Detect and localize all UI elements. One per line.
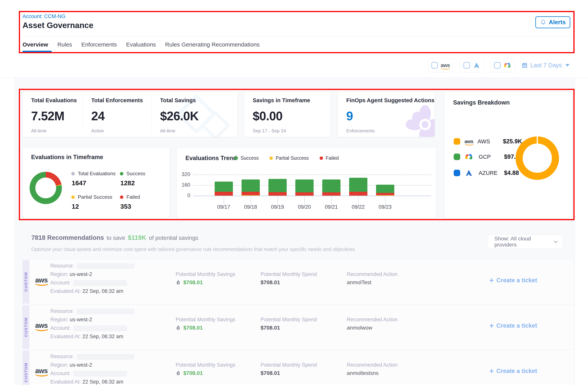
- chevron-down-icon: [565, 64, 570, 67]
- redacted-account: [73, 280, 127, 286]
- tab-rules-generating-recommendations[interactable]: Rules Generating Recommendations: [165, 41, 260, 48]
- savings-breakdown-donut: [516, 136, 559, 180]
- finops-agent-caption: Enforcements: [346, 128, 434, 134]
- cloud-provider-filter-select[interactable]: Show: All cloud providers: [488, 235, 563, 249]
- aws-icon: aws: [35, 368, 48, 374]
- svg-text:$: $: [178, 372, 179, 375]
- summary-card: Total Evaluations 7.52M All-time Total E…: [22, 92, 237, 137]
- gcp-icon: [464, 154, 474, 160]
- x-axis-tick: [278, 196, 278, 204]
- aws-checkbox[interactable]: [432, 62, 438, 68]
- bar-segment-success: [349, 178, 368, 192]
- evaluations-timeframe-card: Evaluations in Timeframe Total Evaluatio…: [22, 148, 170, 218]
- create-ticket-button[interactable]: + Create a ticket: [490, 277, 537, 284]
- x-axis-tick: [385, 196, 386, 204]
- trend-bar: [215, 182, 233, 196]
- recommendation-row[interactable]: CUSTOM aws Resource: Region: us-west-2 A…: [22, 350, 574, 385]
- savings-breakdown-legend: aws AWS $25.9K GCP $97.19: [454, 138, 522, 177]
- x-axis-label: 09/22: [345, 204, 372, 210]
- x-axis-tick: [304, 196, 305, 204]
- money-bag-icon: $: [176, 370, 182, 376]
- alerts-button[interactable]: Alerts: [535, 16, 570, 28]
- money-bag-icon: $: [176, 325, 182, 331]
- recommended-action: anmolTest: [347, 280, 372, 286]
- filter-chip-azure[interactable]: [459, 58, 484, 72]
- filter-chip-gcp[interactable]: [490, 58, 515, 72]
- total-enforcements-value: 24: [91, 109, 143, 123]
- partial-dot: [71, 196, 75, 199]
- aws-icon: aws: [464, 139, 473, 144]
- asset-governance-page: Account: CCM-NG Asset Governance Alerts …: [0, 0, 588, 392]
- aws-icon: aws: [35, 277, 48, 284]
- tab-bar: Overview Rules Enforcements Evaluations …: [22, 41, 260, 48]
- azure-icon: [464, 169, 474, 177]
- azure-icon: [473, 62, 480, 69]
- bar-segment-failed: [376, 193, 394, 195]
- plus-icon: +: [490, 368, 494, 375]
- tab-rules[interactable]: Rules: [57, 41, 72, 48]
- gcp-checkbox[interactable]: [494, 62, 500, 68]
- eval-legend-failed: Failed 353: [120, 194, 140, 210]
- savings-timeframe-value: $0.00: [253, 109, 310, 123]
- x-axis-tick: [358, 196, 358, 204]
- eval-legend-success: Success 1282: [120, 171, 145, 187]
- x-axis-tick: [331, 196, 332, 204]
- legend-item-aws: aws AWS $25.9K: [454, 138, 522, 145]
- azure-checkbox[interactable]: [464, 62, 470, 68]
- bar-segment-failed: [215, 192, 233, 196]
- provider-name: GCP: [479, 154, 500, 160]
- page-title: Asset Governance: [22, 21, 94, 30]
- create-ticket-button[interactable]: + Create a ticket: [490, 322, 537, 329]
- create-ticket-button[interactable]: + Create a ticket: [490, 368, 537, 375]
- custom-tag: CUSTOM: [22, 305, 30, 349]
- calendar-icon: [521, 62, 528, 69]
- x-axis-label: 09/23: [372, 204, 398, 210]
- total-evaluations-value: 7.52M: [31, 109, 77, 123]
- tab-overview[interactable]: Overview: [22, 41, 48, 48]
- potential-monthly-spend: $708.01: [260, 370, 280, 376]
- provider-name: AWS: [478, 138, 499, 145]
- evaluations-donut: [30, 172, 62, 204]
- recommendation-row[interactable]: CUSTOM aws Resource: Region: us-west-2 A…: [22, 260, 574, 304]
- custom-tag: CUSTOM: [22, 260, 30, 304]
- tab-evaluations[interactable]: Evaluations: [126, 41, 156, 48]
- svg-text:$: $: [178, 327, 179, 330]
- custom-tag: CUSTOM: [22, 350, 30, 385]
- bar-segment-failed: [349, 192, 368, 196]
- trend-bar: [376, 185, 394, 196]
- provider-name: AZURE: [479, 170, 500, 176]
- potential-monthly-spend: $708.01: [260, 280, 280, 286]
- legend-item-azure: AZURE $4.88: [454, 169, 522, 177]
- trend-bar: [295, 180, 314, 196]
- bell-icon: [540, 19, 546, 26]
- total-evaluations-caption: All-time: [31, 128, 77, 134]
- bar-segment-failed: [322, 192, 340, 196]
- bar-segment-success: [242, 180, 260, 192]
- recommendations-heading: 7818 Recommendations to save $119K of po…: [31, 234, 198, 241]
- bar-segment-success: [268, 179, 287, 192]
- x-axis-tick: [224, 196, 224, 204]
- account-breadcrumb[interactable]: Account: CCM-NG: [22, 14, 66, 20]
- total-evaluations-label: Total Evaluations: [31, 97, 77, 104]
- total-dot: [71, 172, 75, 176]
- provider-amount: $25.9K: [503, 138, 522, 145]
- chevron-down-icon: [554, 239, 558, 243]
- aws-icon: aws: [440, 63, 450, 68]
- provider-amount: $4.88: [504, 170, 519, 176]
- azure-swatch: [454, 170, 460, 176]
- plus-icon: +: [490, 277, 494, 284]
- gcp-swatch: [454, 154, 460, 160]
- finops-agent-value: 9: [346, 109, 434, 123]
- finops-agent-card: FinOps Agent Suggested Actions 9 Enforce…: [338, 92, 435, 137]
- x-axis-label: 09/18: [237, 204, 264, 210]
- y-axis-tick: 0: [177, 192, 190, 198]
- tab-enforcements[interactable]: Enforcements: [81, 41, 117, 48]
- date-range-picker[interactable]: Last 7 Days: [521, 62, 570, 69]
- recommendations-count: 7818 Recommendations: [31, 234, 104, 241]
- recommended-action: anmoltestsns: [347, 370, 378, 376]
- date-range-label: Last 7 Days: [530, 62, 562, 69]
- recommendation-row[interactable]: CUSTOM aws Resource: Region: us-west-2 A…: [22, 305, 574, 349]
- bar-segment-success: [295, 180, 314, 192]
- potential-monthly-savings: $ $708.01: [176, 325, 203, 331]
- filter-chip-aws[interactable]: aws: [428, 58, 453, 72]
